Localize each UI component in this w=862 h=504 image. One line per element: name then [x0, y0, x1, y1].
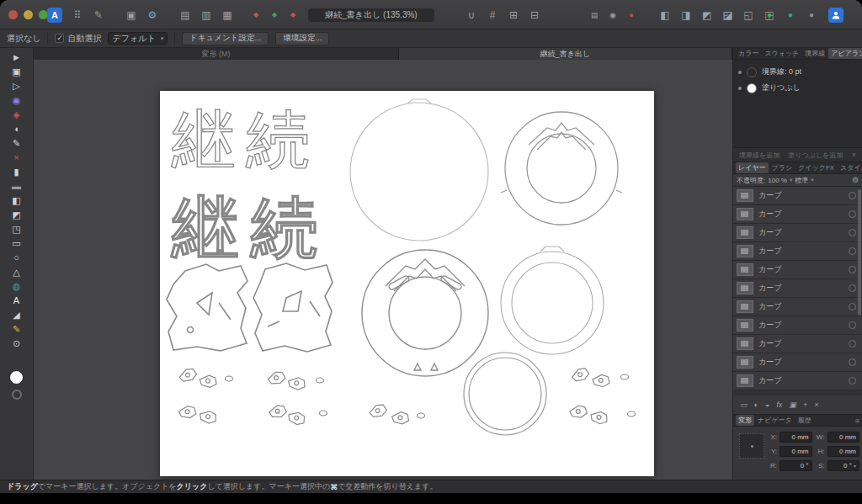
- tab-navigator[interactable]: ナビゲータ: [755, 415, 795, 426]
- transform-y-input[interactable]: 0 mm ▾: [780, 446, 812, 457]
- delete-layer-icon[interactable]: ×: [814, 401, 818, 409]
- account-sync-icon[interactable]: ◉: [606, 8, 620, 23]
- group-layers-icon[interactable]: ▣: [789, 401, 796, 409]
- layer-row[interactable]: カーブ: [733, 187, 862, 205]
- preferences-button[interactable]: 環境設定...: [275, 32, 329, 45]
- layer-row[interactable]: カーブ: [733, 316, 862, 335]
- gear-icon[interactable]: ⚙: [146, 8, 159, 23]
- layer-row[interactable]: カーブ: [733, 298, 862, 316]
- fill-layer-icon[interactable]: ◒: [765, 401, 769, 409]
- tab-layers[interactable]: レイヤー: [736, 162, 769, 173]
- stroke-color-well[interactable]: [12, 390, 22, 400]
- layer-visibility-toggle[interactable]: [849, 358, 856, 366]
- add-layer-icon[interactable]: +: [803, 401, 807, 409]
- move-tool[interactable]: ►: [6, 50, 28, 64]
- notification-badge[interactable]: ●: [625, 8, 638, 23]
- layer-row[interactable]: カーブ: [733, 242, 862, 261]
- align-right-icon[interactable]: ◨: [679, 8, 693, 23]
- mask-layer-icon[interactable]: ▭: [740, 401, 748, 409]
- opacity-value[interactable]: 100 %: [768, 177, 787, 184]
- layer-row[interactable]: カーブ: [733, 372, 862, 390]
- point-eraser-tool[interactable]: ×: [6, 151, 28, 164]
- node-tool[interactable]: ▷: [6, 79, 28, 93]
- stroke-row[interactable]: 境界線: 0 pt: [738, 64, 857, 80]
- fill-row[interactable]: 塗りつぶし: [738, 80, 857, 96]
- tab-appearance[interactable]: アピアランス: [828, 48, 862, 59]
- transform-r-input[interactable]: 0 ° ▾: [780, 460, 812, 471]
- auto-select-checkbox[interactable]: ✓ 自動選択: [55, 33, 101, 45]
- account-button[interactable]: [828, 8, 843, 23]
- contour-tool[interactable]: ◈: [6, 108, 28, 121]
- snapping-magnet-icon[interactable]: ∪: [465, 8, 478, 23]
- donut-tool[interactable]: ◍: [6, 279, 28, 293]
- layer-settings-gear-icon[interactable]: ⚙: [852, 176, 859, 184]
- insert-top-icon[interactable]: ◆: [268, 8, 281, 23]
- rectangle-tool[interactable]: ▭: [6, 236, 28, 250]
- pen-nib-icon[interactable]: ✎: [92, 8, 105, 23]
- document-setup-button[interactable]: ドキュメント設定...: [182, 32, 269, 45]
- layer-row[interactable]: カーブ: [733, 224, 862, 242]
- panels-icon[interactable]: ▣: [125, 8, 138, 23]
- fill-swatch[interactable]: [747, 83, 757, 93]
- insert-behind-icon[interactable]: ◆: [249, 8, 263, 23]
- layer-visibility-toggle[interactable]: [849, 247, 856, 255]
- transform-s-input[interactable]: 0 ° ▾: [827, 460, 860, 471]
- tab-brushes[interactable]: ブラシ: [769, 162, 795, 173]
- add-fill-button[interactable]: 塗りつぶしを追加: [788, 151, 843, 160]
- panel-menu-icon[interactable]: ≡: [855, 416, 859, 425]
- snap-grid-icon[interactable]: ▤: [178, 8, 192, 23]
- align-left-icon[interactable]: ◧: [658, 8, 672, 23]
- point-transform-tool[interactable]: ◉: [6, 93, 28, 107]
- layer-visibility-toggle[interactable]: [849, 284, 856, 292]
- layer-visibility-toggle[interactable]: [849, 266, 856, 273]
- tab-transform[interactable]: 変形: [736, 415, 754, 426]
- fx-icon[interactable]: fx: [776, 401, 782, 409]
- minimize-button[interactable]: [24, 10, 33, 19]
- snap-rows-icon[interactable]: ▥: [200, 8, 213, 23]
- align-top-icon[interactable]: ◩: [700, 8, 714, 23]
- stroke-swatch[interactable]: [747, 67, 757, 77]
- app-icon[interactable]: A: [47, 8, 62, 23]
- assets-icon[interactable]: ▤: [588, 8, 601, 23]
- trash-icon[interactable]: ×: [852, 151, 856, 159]
- layer-row[interactable]: カーブ: [733, 261, 862, 279]
- pixel-grid-icon[interactable]: #: [486, 8, 499, 23]
- insert-inside-icon[interactable]: ◆: [286, 8, 300, 23]
- layer-row[interactable]: カーブ: [733, 353, 862, 372]
- order-front-icon[interactable]: ◰: [721, 8, 734, 23]
- vector-brush-tool[interactable]: ▮: [6, 165, 28, 178]
- triangle-tool[interactable]: △: [6, 265, 28, 279]
- transform-h-input[interactable]: 0 mm ▾: [827, 446, 860, 457]
- fill-gradient-tool[interactable]: ◧: [6, 194, 28, 207]
- color-picker-tool[interactable]: ◢: [6, 308, 28, 321]
- zoom-out-icon[interactable]: ⊟: [528, 8, 541, 23]
- layer-visibility-toggle[interactable]: [849, 377, 856, 385]
- color-profile-icon[interactable]: ●: [784, 8, 797, 23]
- fill-color-well[interactable]: [9, 370, 24, 385]
- tab-quickfx[interactable]: クイックFX: [795, 162, 837, 173]
- tab-color[interactable]: カラー: [736, 48, 761, 59]
- transparency-tool[interactable]: ◩: [6, 208, 28, 221]
- doc-tab-inactive[interactable]: 変形 (M): [34, 48, 399, 60]
- blend-mode-dropdown[interactable]: 標準: [795, 176, 808, 185]
- doc-tab-active[interactable]: 継続_書き出し: [399, 48, 732, 60]
- ellipse-tool[interactable]: ○: [6, 251, 28, 264]
- close-button[interactable]: [8, 10, 18, 19]
- canvas[interactable]: 継続 継続: [34, 60, 732, 480]
- color-neutral-icon[interactable]: ●: [805, 8, 818, 23]
- layer-row[interactable]: カーブ: [733, 335, 862, 353]
- anchor-selector[interactable]: [739, 433, 764, 459]
- order-back-icon[interactable]: ◱: [742, 8, 755, 23]
- layer-row[interactable]: カーブ: [733, 205, 862, 224]
- pencil-tool[interactable]: ✎: [6, 322, 28, 336]
- snap-cells-icon[interactable]: ▦: [221, 8, 234, 23]
- corner-tool[interactable]: ◖: [6, 122, 28, 135]
- adjustment-layer-icon[interactable]: ◐: [754, 401, 758, 409]
- transform-w-input[interactable]: 0 mm ▾: [827, 432, 860, 443]
- preset-dropdown[interactable]: デフォルト ▾: [108, 32, 168, 45]
- artboard[interactable]: 継続 継続: [160, 91, 654, 476]
- layer-visibility-toggle[interactable]: [849, 303, 856, 310]
- artboard-tool[interactable]: ▣: [6, 65, 28, 78]
- layer-visibility-toggle[interactable]: [849, 210, 856, 218]
- transform-x-input[interactable]: 0 mm ▾: [780, 432, 812, 443]
